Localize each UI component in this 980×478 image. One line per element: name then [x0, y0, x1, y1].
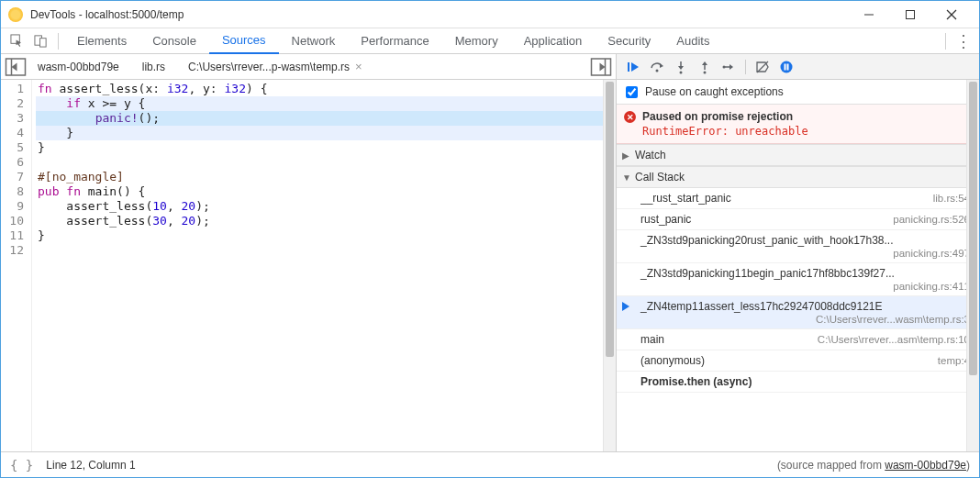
pretty-print-icon[interactable]: { } [10, 458, 33, 472]
debugger-toolbar [617, 54, 979, 80]
callstack-frame[interactable]: rust_panicpanicking.rs:526 [617, 209, 979, 230]
svg-point-16 [656, 69, 659, 72]
svg-marker-12 [600, 62, 606, 71]
frame-location: panicking.rs:411 [640, 281, 970, 292]
error-icon: ✕ [624, 111, 636, 123]
svg-marker-24 [729, 64, 733, 70]
code-line[interactable]: panic!(); [36, 111, 616, 126]
close-button[interactable] [930, 2, 972, 28]
step-over-button[interactable] [646, 56, 668, 78]
callstack-section-header[interactable]: ▼Call Stack [617, 166, 979, 188]
callstack-frame[interactable]: _ZN4temp11assert_less17hc29247008ddc9121… [617, 296, 979, 329]
svg-rect-1 [906, 10, 914, 18]
callstack-frame[interactable]: (anonymous)temp:4 [617, 350, 979, 372]
svg-marker-9 [12, 62, 17, 71]
pause-on-exceptions-button[interactable] [775, 56, 797, 78]
file-tab-label: C:\Users\rrever...p-wasm\temp.rs [188, 61, 350, 73]
file-tab-temprs[interactable]: C:\Users\rrever...p-wasm\temp.rs× [177, 54, 374, 80]
code-line[interactable]: pub fn main() { [36, 184, 616, 199]
callstack-frame[interactable]: _ZN3std9panicking11begin_panic17hf8bbc13… [617, 263, 979, 296]
tab-elements[interactable]: Elements [64, 28, 139, 54]
more-menu-icon[interactable]: ⋮ [952, 31, 975, 51]
frame-function: main [640, 333, 810, 346]
step-button[interactable] [718, 56, 740, 78]
watch-section-header[interactable]: ▶Watch [617, 144, 979, 166]
svg-point-27 [781, 61, 793, 72]
code-line[interactable] [36, 155, 616, 170]
editor-pane: wasm-00bbd79e lib.rs C:\Users\rrever...p… [1, 54, 617, 451]
device-toolbar-icon[interactable] [28, 29, 52, 53]
tab-performance[interactable]: Performance [348, 28, 441, 54]
maximize-button[interactable] [889, 2, 930, 28]
chevron-down-icon: ▼ [622, 172, 631, 183]
watch-label: Watch [635, 149, 666, 161]
debugger-toggle-icon[interactable] [590, 56, 612, 78]
line-gutter: 123456789101112 [1, 80, 32, 451]
tab-console[interactable]: Console [139, 28, 209, 54]
tab-memory[interactable]: Memory [442, 28, 511, 54]
frame-function: Promise.then (async) [640, 375, 970, 388]
window-titlebar: DevTools - localhost:5000/temp [1, 1, 979, 28]
source-map-link[interactable]: wasm-00bbd79e [885, 459, 966, 472]
code-line[interactable]: assert_less(30, 20); [36, 214, 616, 228]
frame-location: C:\Users\rrever...wasm\temp.rs:3 [640, 314, 970, 325]
inspect-icon[interactable] [5, 29, 28, 53]
code-line[interactable]: assert_less(10, 20); [36, 199, 616, 214]
file-tab-librs[interactable]: lib.rs [131, 54, 177, 80]
frame-location: temp:4 [938, 355, 970, 366]
svg-rect-6 [39, 39, 46, 47]
code-line[interactable]: fn assert_less(x: i32, y: i32) { [36, 82, 616, 96]
status-bar: { } Line 12, Column 1 (source mapped fro… [1, 451, 979, 477]
svg-point-19 [680, 71, 683, 73]
pause-caught-checkbox[interactable] [626, 86, 638, 98]
svg-rect-28 [785, 63, 786, 70]
callstack-frame[interactable]: Promise.then (async) [617, 372, 979, 393]
tab-application[interactable]: Application [511, 28, 596, 54]
svg-marker-15 [660, 63, 663, 68]
file-tab-strip: wasm-00bbd79e lib.rs C:\Users\rrever...p… [1, 54, 616, 80]
tab-audits[interactable]: Audits [663, 28, 722, 54]
callstack-label: Call Stack [635, 171, 685, 183]
callstack-frame[interactable]: __rust_start_paniclib.rs:54 [617, 188, 979, 209]
step-into-button[interactable] [670, 56, 692, 78]
svg-point-22 [704, 71, 707, 73]
paused-title: Paused on promise rejection [642, 110, 970, 123]
frame-function: _ZN4temp11assert_less17hc29247008ddc9121… [640, 300, 883, 313]
debugger-scrollbar[interactable] [966, 80, 979, 451]
frame-location: lib.rs:54 [933, 193, 970, 204]
app-icon [8, 7, 23, 22]
code-line[interactable]: } [36, 228, 616, 243]
tab-sources[interactable]: Sources [209, 28, 279, 54]
svg-rect-13 [628, 62, 629, 72]
svg-marker-21 [702, 61, 707, 65]
source-map-info: (source mapped from wasm-00bbd79e) [777, 459, 970, 472]
svg-point-25 [723, 65, 726, 68]
callstack-frame[interactable]: _ZN3std9panicking20rust_panic_with_hook1… [617, 230, 979, 263]
panel-toolbar: Elements Console Sources Network Perform… [1, 28, 979, 54]
editor-scrollbar[interactable] [603, 80, 616, 451]
close-icon[interactable]: × [355, 60, 362, 73]
resume-button[interactable] [622, 56, 644, 78]
minimize-button[interactable] [848, 2, 889, 28]
tab-security[interactable]: Security [595, 28, 663, 54]
code-line[interactable]: #[no_mangle] [36, 170, 616, 184]
pause-caught-label: Pause on caught exceptions [645, 85, 784, 98]
navigator-toggle-icon[interactable] [5, 56, 27, 78]
code-line[interactable]: } [36, 140, 616, 155]
frame-location: panicking.rs:526 [893, 214, 970, 225]
svg-marker-18 [678, 66, 684, 70]
cursor-position: Line 12, Column 1 [46, 459, 135, 472]
code-line[interactable]: if x >= y { [36, 96, 616, 111]
callstack-frame[interactable]: mainC:\Users\rrever...asm\temp.rs:10 [617, 329, 979, 350]
chevron-right-icon: ▶ [622, 150, 631, 161]
callstack-list: __rust_start_paniclib.rs:54rust_panicpan… [617, 188, 979, 393]
pause-caught-row: Pause on caught exceptions [617, 80, 979, 105]
code-editor[interactable]: 123456789101112 fn assert_less(x: i32, y… [1, 80, 616, 451]
separator [945, 33, 946, 50]
file-tab-wasm[interactable]: wasm-00bbd79e [27, 54, 131, 80]
code-line[interactable] [36, 243, 616, 258]
deactivate-breakpoints-button[interactable] [752, 56, 774, 78]
step-out-button[interactable] [694, 56, 716, 78]
tab-network[interactable]: Network [279, 28, 349, 54]
code-line[interactable]: } [36, 126, 616, 140]
